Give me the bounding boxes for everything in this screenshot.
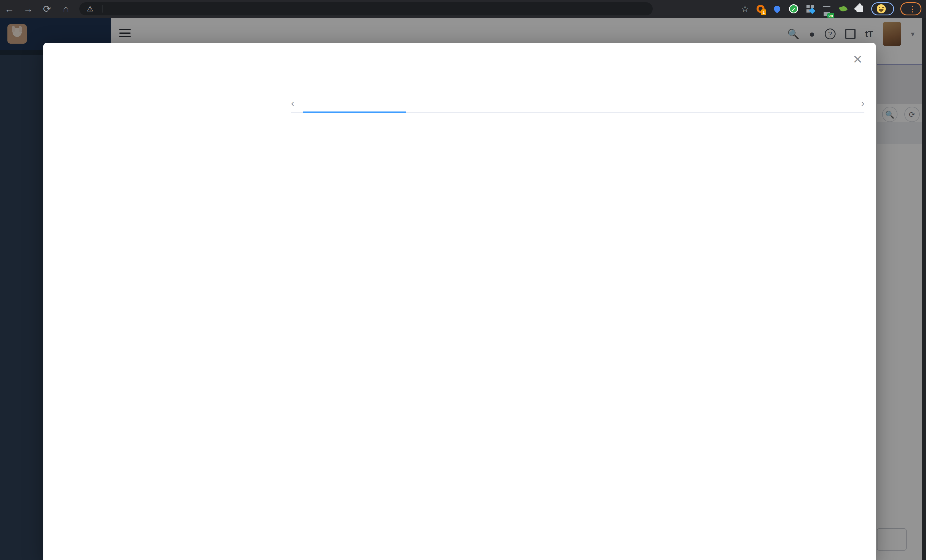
- browser-menu-icon[interactable]: ⋮: [909, 4, 917, 14]
- profile-paused-chip[interactable]: [871, 2, 894, 15]
- code-preview-dialog: ✕ ‹ ›: [43, 43, 876, 560]
- browser-actions: ☆ 1 ✓ on ⋮: [741, 0, 921, 18]
- tabs-list: [303, 94, 853, 112]
- address-bar[interactable]: ⚠: [79, 2, 653, 15]
- extension-on-badge-icon[interactable]: on: [822, 4, 832, 14]
- back-icon[interactable]: ←: [0, 3, 19, 15]
- browser-toolbar: ← → ⟳ ⌂ ⚠ ☆ 1 ✓ on ⋮: [0, 0, 926, 18]
- forward-icon[interactable]: →: [19, 3, 38, 15]
- extension-grid-icon[interactable]: [805, 4, 815, 14]
- extension-orange-ring-icon[interactable]: 1: [755, 4, 766, 14]
- chrome-update-button[interactable]: ⋮: [900, 2, 921, 15]
- url-divider: [102, 5, 103, 12]
- bookmark-star-icon[interactable]: ☆: [741, 3, 749, 14]
- tabs-active-indicator: [303, 112, 406, 113]
- home-icon[interactable]: ⌂: [56, 3, 75, 15]
- profile-avatar-emoji-icon: [877, 4, 886, 14]
- extension-green-check-icon[interactable]: ✓: [788, 4, 799, 14]
- tabs-scroll-right-icon[interactable]: ›: [861, 98, 864, 109]
- extension-leaf-icon[interactable]: [838, 4, 849, 14]
- extension-location-pin-icon[interactable]: [772, 4, 782, 14]
- file-tree: [59, 93, 287, 558]
- reload-icon[interactable]: ⟳: [38, 3, 56, 15]
- close-icon[interactable]: ✕: [853, 54, 862, 66]
- extensions-puzzle-icon[interactable]: [855, 4, 865, 14]
- tabs-scroll-left-icon[interactable]: ‹: [291, 98, 294, 109]
- file-tabs: ‹ ›: [291, 94, 864, 113]
- warning-icon: ⚠: [87, 5, 93, 14]
